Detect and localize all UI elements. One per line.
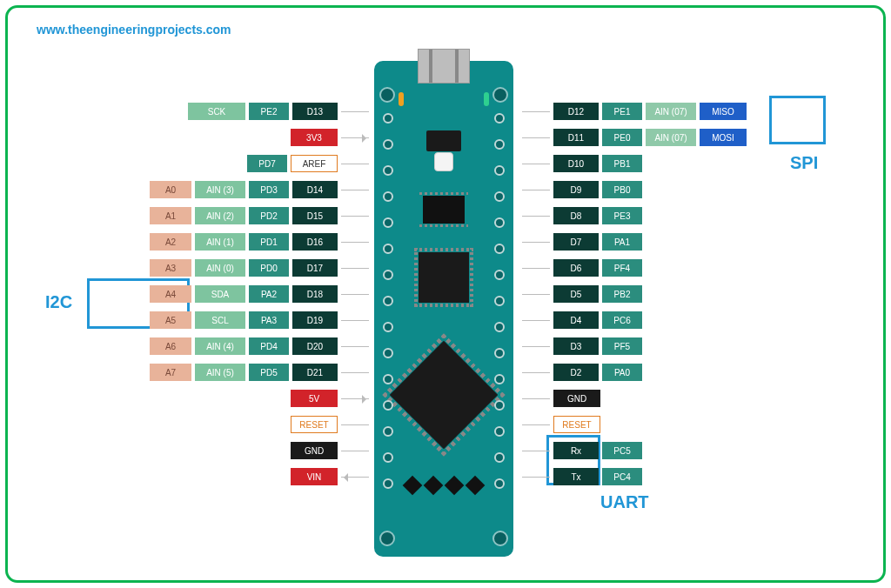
lead-line [341, 111, 369, 112]
pin-hole [494, 452, 505, 463]
pin-label-d5: D5 [553, 285, 599, 303]
pin-label-d10: D10 [553, 155, 599, 172]
pin-label-pf4: PF4 [602, 259, 642, 277]
pin-hole [494, 165, 505, 176]
pin-hole [494, 191, 505, 202]
lead-line [522, 372, 550, 373]
pin-label-a4: A4 [150, 285, 191, 303]
lead-line [341, 268, 369, 269]
pin-label-d13: D13 [292, 103, 338, 120]
pin-label-ain07: AIN (07) [646, 103, 696, 120]
led-yellow [399, 92, 404, 106]
pin-label-3v3: 3V3 [291, 129, 338, 146]
pin-label-d15: D15 [292, 207, 338, 224]
arduino-board [374, 61, 513, 557]
pin-label-aref: AREF [291, 155, 338, 172]
mount-hole [492, 87, 508, 103]
pin-label-pd0: PD0 [249, 259, 289, 277]
pin-row-right: D4PC6 [522, 311, 642, 329]
pin-label-d4: D4 [553, 311, 599, 329]
pin-hole [383, 296, 393, 306]
lead-line [522, 111, 550, 112]
pin-row-right: D7PA1 [522, 233, 642, 251]
pin-label-pb1: PB1 [602, 155, 642, 172]
uart-label: UART [600, 492, 649, 512]
mcu-chip [419, 252, 469, 303]
pin-label-d20: D20 [292, 337, 338, 355]
pin-label-rx: Rx [553, 442, 599, 459]
pin-label-pd7: PD7 [247, 155, 287, 172]
lead-line [341, 164, 369, 164]
pin-label-ain5: AIN (5) [195, 364, 245, 381]
pin-hole [383, 452, 393, 463]
pin-hole [383, 139, 393, 150]
pin-row-left: A2AIN (1)PD1D16 [150, 233, 369, 251]
pin-label-a7: A7 [150, 364, 191, 381]
pin-hole [383, 374, 393, 384]
pin-row-right: D2PA0 [522, 364, 642, 381]
website-link[interactable]: www.theengineeringprojects.com [37, 23, 231, 37]
pin-row-left: A0AIN (3)PD3D14 [150, 181, 369, 198]
lead-line [522, 320, 550, 321]
lead-line [341, 477, 369, 478]
pin-row-right: D5PB2 [522, 285, 642, 303]
pin-row-right: GND [522, 390, 600, 407]
pin-hole [383, 191, 393, 202]
pin-label-d3: D3 [553, 337, 599, 355]
pin-label-a1: A1 [150, 207, 191, 224]
pin-label-vin: VIN [291, 468, 338, 485]
pin-hole [383, 478, 393, 489]
lead-line [341, 424, 369, 425]
pin-label-pe1: PE1 [602, 103, 642, 120]
pin-label-miso: MISO [700, 103, 747, 120]
pin-row-left: GND [291, 442, 369, 459]
usb-connector [418, 49, 470, 84]
lead-line [522, 164, 550, 164]
lead-line [522, 242, 550, 243]
lead-line [341, 190, 369, 190]
pin-label-pd2: PD2 [249, 207, 289, 224]
lead-line [522, 137, 550, 138]
pin-label-d14: D14 [292, 181, 338, 198]
pin-row-right: D3PF5 [522, 337, 642, 355]
pin-row-right: TxPC4 [522, 468, 642, 485]
lead-line [522, 424, 550, 425]
pinout-diagram: I2C SPI UART SCKPE2D133V3PD7AREFA0AIN (3… [0, 43, 891, 571]
pin-label-pd3: PD3 [249, 181, 289, 198]
pin-row-left: A4SDAPA2D18 [150, 285, 369, 303]
mount-hole [379, 531, 395, 546]
pin-label-a5: A5 [150, 311, 191, 329]
pin-row-left: RESET [291, 416, 369, 433]
pin-label-d16: D16 [292, 233, 338, 251]
pin-label-pa1: PA1 [602, 233, 642, 251]
pin-label-pe2: PE2 [249, 103, 289, 120]
chip-rect [423, 196, 465, 224]
pin-hole [383, 244, 393, 254]
pin-hole [494, 217, 505, 228]
lead-line [522, 216, 550, 217]
lead-line [341, 451, 369, 451]
mount-hole [492, 531, 508, 546]
pin-label-pf5: PF5 [602, 337, 642, 355]
pin-hole [494, 322, 505, 332]
lead-line [341, 398, 369, 399]
chip-small [426, 130, 461, 151]
pin-hole [383, 348, 393, 358]
pin-row-right: RESET [522, 416, 600, 433]
pin-label-sck: SCK [188, 103, 245, 120]
pin-label-d11: D11 [553, 129, 599, 146]
pin-label-pd1: PD1 [249, 233, 289, 251]
pin-label-mosi: MOSI [700, 129, 747, 146]
pin-row-right: D9PB0 [522, 181, 642, 198]
pin-label-pd4: PD4 [249, 337, 289, 355]
pin-label-ain0: AIN (0) [195, 259, 245, 277]
pin-label-sda: SDA [195, 285, 245, 303]
lead-line [341, 242, 369, 243]
pin-row-right: D6PF4 [522, 259, 642, 277]
main-mcu-chip [390, 341, 498, 449]
pin-label-d21: D21 [292, 364, 338, 381]
pin-label-d2: D2 [553, 364, 599, 381]
pin-label-pc6: PC6 [602, 311, 642, 329]
pin-row-left: A7AIN (5)PD5D21 [150, 364, 369, 381]
pin-row-right: D12PE1AIN (07)MISO [522, 103, 747, 120]
